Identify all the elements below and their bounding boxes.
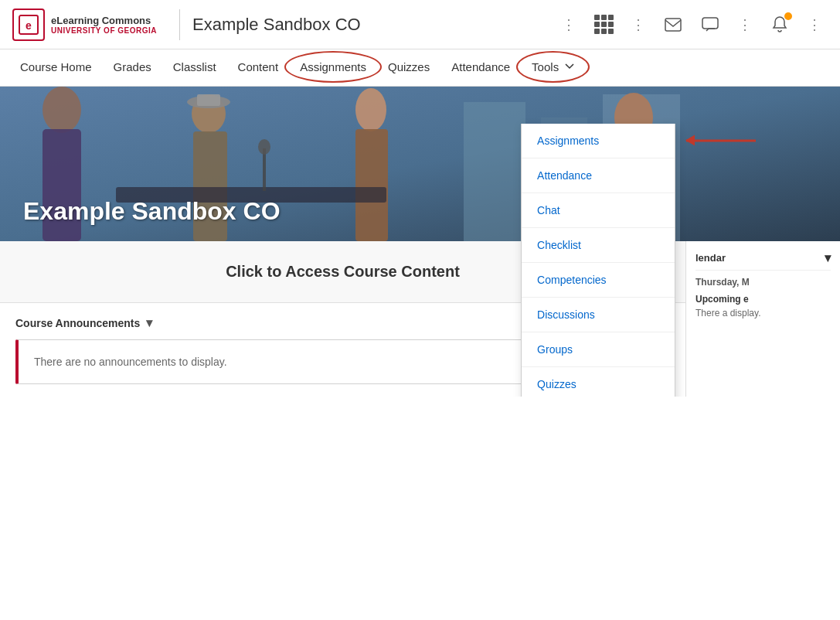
hero-banner: Example Sandbox CO [0, 87, 840, 241]
nav-bar: Course Home Grades Classlist Content Ass… [0, 49, 840, 87]
svg-rect-5 [464, 102, 525, 241]
svg-rect-15 [355, 129, 388, 241]
logo-text: eLearning Commons UNIVERSITY OF GEORGIA [51, 15, 157, 35]
svg-rect-2 [665, 19, 681, 31]
grid-icon-button[interactable] [588, 9, 619, 40]
dots-separator-left: ⋮ [556, 16, 582, 33]
svg-rect-19 [263, 148, 266, 191]
hero-title: Example Sandbox CO [23, 197, 281, 226]
chat-icon-button[interactable] [695, 9, 726, 40]
svg-rect-3 [702, 18, 718, 29]
dropdown-item-quizzes[interactable]: Quizzes [522, 367, 675, 397]
dropdown-item-competencies[interactable]: Competencies [522, 263, 675, 298]
svg-point-20 [258, 139, 270, 155]
dots-separator-4: ⋮ [801, 16, 828, 33]
calendar-chevron[interactable]: ▾ [825, 250, 831, 265]
arrow-annotation [686, 140, 756, 142]
svg-point-14 [355, 88, 386, 131]
hero-content: Example Sandbox CO [23, 197, 281, 226]
nav-grades[interactable]: Grades [103, 49, 162, 87]
calendar-label: lendar [695, 252, 726, 264]
nav-assignments[interactable]: Assignments [289, 49, 377, 87]
notification-badge [784, 12, 792, 20]
tools-dropdown-menu: Assignments Attendance Chat Checklist Co… [521, 124, 675, 397]
announcements-title: Course Announcements [15, 317, 140, 329]
right-day-label: Thursday, M [695, 277, 831, 288]
nav-content[interactable]: Content [227, 49, 290, 87]
dropdown-item-attendance[interactable]: Attendance [522, 158, 675, 193]
dropdown-assignments-row: Assignments [522, 124, 675, 158]
dropdown-item-discussions[interactable]: Discussions [522, 298, 675, 332]
course-title: Example Sandbox CO [192, 15, 556, 35]
nav-quizzes[interactable]: Quizzes [377, 49, 440, 87]
dots-separator-3: ⋮ [732, 16, 758, 33]
dots-separator-2: ⋮ [625, 16, 651, 33]
logo-area: e eLearning Commons UNIVERSITY OF GEORGI… [12, 9, 167, 41]
header-divider [179, 9, 180, 40]
nav-course-home[interactable]: Course Home [9, 49, 103, 87]
top-header: e eLearning Commons UNIVERSITY OF GEORGI… [0, 0, 840, 49]
nav-classlist[interactable]: Classlist [162, 49, 227, 87]
mail-icon [665, 18, 682, 32]
chat-icon [702, 17, 719, 32]
dropdown-item-checklist[interactable]: Checklist [522, 228, 675, 263]
nav-tools[interactable]: Tools [521, 49, 585, 87]
svg-point-8 [43, 87, 81, 133]
calendar-header: lendar ▾ [695, 250, 831, 271]
arrow-head [685, 135, 695, 146]
announcement-empty-message: There are no announcements to display. [34, 356, 227, 368]
chevron-down-icon [565, 63, 574, 70]
svg-text:e: e [26, 19, 32, 32]
uga-logo: e [12, 9, 45, 41]
bell-icon-button[interactable] [764, 9, 795, 40]
dropdown-item-groups[interactable]: Groups [522, 332, 675, 367]
upcoming-note: There a display. [695, 308, 831, 319]
svg-rect-13 [197, 94, 220, 106]
right-panel: lendar ▾ Thursday, M Upcoming e There a … [685, 241, 840, 397]
mail-icon-button[interactable] [658, 9, 689, 40]
header-icons: ⋮ ⋮ ⋮ [556, 9, 828, 40]
nav-attendance[interactable]: Attendance [440, 49, 521, 87]
tools-nav-wrapper: Tools Assignments Attendance [521, 49, 585, 87]
main-area: Click to Access Course Content Course An… [0, 241, 840, 397]
arrow-line [686, 140, 756, 142]
announcements-chevron: ▾ [146, 315, 152, 330]
dropdown-item-chat[interactable]: Chat [522, 193, 675, 228]
dropdown-item-assignments[interactable]: Assignments [522, 124, 675, 158]
grid-icon [594, 15, 614, 34]
upcoming-label: Upcoming e [695, 294, 831, 305]
